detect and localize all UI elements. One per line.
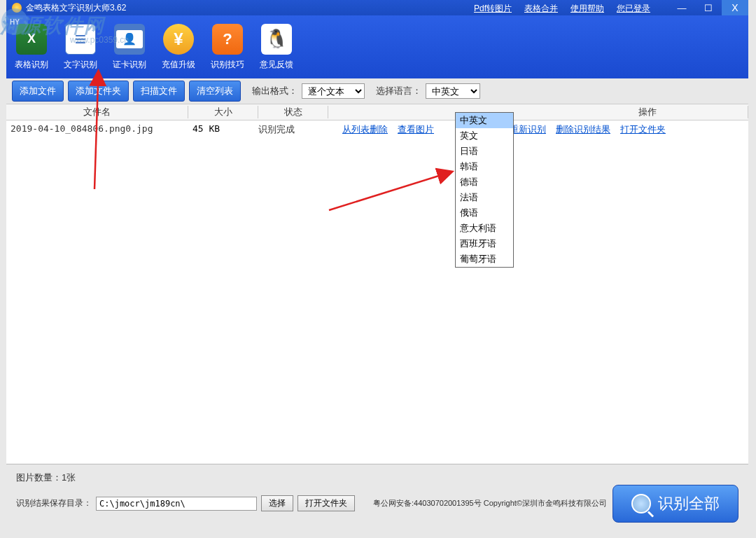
tool-text-ocr[interactable]: 文字识别	[64, 24, 97, 71]
minimize-button[interactable]: —	[668, 0, 695, 15]
cell-status: 识别完成	[258, 123, 328, 174]
window-title: 金鸣表格文字识别大师3.62	[26, 2, 126, 14]
magnifier-icon	[631, 494, 651, 513]
close-button[interactable]: X	[722, 0, 748, 15]
language-label: 选择语言：	[376, 85, 421, 97]
col-status: 状态	[258, 106, 328, 118]
id-card-icon	[114, 24, 145, 55]
excel-icon	[16, 24, 47, 55]
op-delete-from-list[interactable]: 从列表删除	[342, 123, 388, 174]
add-file-button[interactable]: 添加文件	[12, 81, 64, 102]
lang-option-ru[interactable]: 俄语	[456, 205, 513, 221]
save-path-input[interactable]	[96, 497, 257, 511]
cell-size: 45 KB	[188, 123, 258, 174]
op-view-image[interactable]: 查看图片	[398, 123, 434, 174]
output-format-select[interactable]: 逐个文本	[302, 83, 365, 99]
op-re-recognize[interactable]: 重新识别	[510, 123, 546, 174]
link-help[interactable]: 使用帮助	[570, 3, 604, 15]
main-toolbar: 表格识别 文字识别 证卡识别 充值升级 识别技巧 意见反馈	[6, 15, 748, 78]
tool-feedback[interactable]: 意见反馈	[260, 24, 293, 71]
lang-option-it[interactable]: 意大利语	[456, 221, 513, 236]
coin-icon	[163, 24, 194, 55]
lang-option-ko[interactable]: 韩语	[456, 159, 513, 174]
link-pdf-to-image[interactable]: Pdf转图片	[474, 3, 512, 15]
app-icon	[12, 3, 22, 13]
cell-filename: 2019-04-10_084806.png0.jpg	[6, 123, 188, 174]
link-table-merge[interactable]: 表格合并	[524, 3, 558, 15]
penguin-icon	[261, 24, 292, 55]
link-logged-in[interactable]: 您已登录	[617, 3, 650, 15]
open-folder-button[interactable]: 打开文件夹	[298, 495, 355, 511]
clear-list-button[interactable]: 清空列表	[189, 81, 241, 102]
tool-recharge[interactable]: 充值升级	[162, 24, 195, 71]
table-header: 文件名 大小 状态 操作	[6, 104, 748, 120]
lang-option-zh-en[interactable]: 中英文	[456, 113, 513, 128]
add-folder-button[interactable]: 添加文件夹	[68, 81, 129, 102]
language-dropdown[interactable]: 中英文 英文 日语 韩语 德语 法语 俄语 意大利语 西班牙语 葡萄牙语	[455, 112, 514, 268]
op-open-folder[interactable]: 打开文件夹	[620, 123, 666, 174]
col-ops: 操作	[328, 106, 748, 118]
recognize-all-button[interactable]: 识别全部	[612, 485, 738, 523]
text-lines-icon	[65, 24, 96, 55]
tool-table-ocr[interactable]: 表格识别	[15, 24, 48, 71]
question-icon	[212, 24, 243, 55]
top-links: Pdf转图片 表格合并 使用帮助 您已登录	[474, 3, 650, 15]
op-delete-result[interactable]: 删除识别结果	[556, 123, 610, 174]
lang-option-en[interactable]: 英文	[456, 128, 513, 144]
status-bar: 图片数量：1张 识别结果保存目录： 选择 打开文件夹 粤公网安备:4403070…	[6, 464, 748, 532]
col-filename: 文件名	[6, 106, 188, 118]
save-path-label: 识别结果保存目录：	[16, 497, 92, 509]
output-format-label: 输出格式：	[252, 85, 298, 97]
language-select[interactable]: 中英文	[426, 83, 480, 99]
secondary-toolbar: 添加文件 添加文件夹 扫描文件 清空列表 输出格式： 逐个文本 选择语言： 中英…	[6, 78, 748, 104]
maximize-button[interactable]: ☐	[695, 0, 722, 15]
tool-tips[interactable]: 识别技巧	[211, 24, 244, 71]
tool-id-ocr[interactable]: 证卡识别	[113, 24, 146, 71]
copyright: 粤公网安备:44030702001395号 Copyright©深圳市金鸣科技有…	[373, 498, 607, 509]
select-path-button[interactable]: 选择	[261, 495, 293, 511]
lang-option-de[interactable]: 德语	[456, 174, 513, 190]
scan-file-button[interactable]: 扫描文件	[133, 81, 185, 102]
file-list: 2019-04-10_084806.png0.jpg 45 KB 识别完成 从列…	[6, 120, 748, 451]
lang-option-es[interactable]: 西班牙语	[456, 236, 513, 251]
lang-option-pt[interactable]: 葡萄牙语	[456, 251, 513, 267]
col-size: 大小	[188, 106, 258, 118]
lang-option-fr[interactable]: 法语	[456, 190, 513, 205]
lang-option-ja[interactable]: 日语	[456, 144, 513, 159]
table-row[interactable]: 2019-04-10_084806.png0.jpg 45 KB 识别完成 从列…	[6, 120, 748, 177]
